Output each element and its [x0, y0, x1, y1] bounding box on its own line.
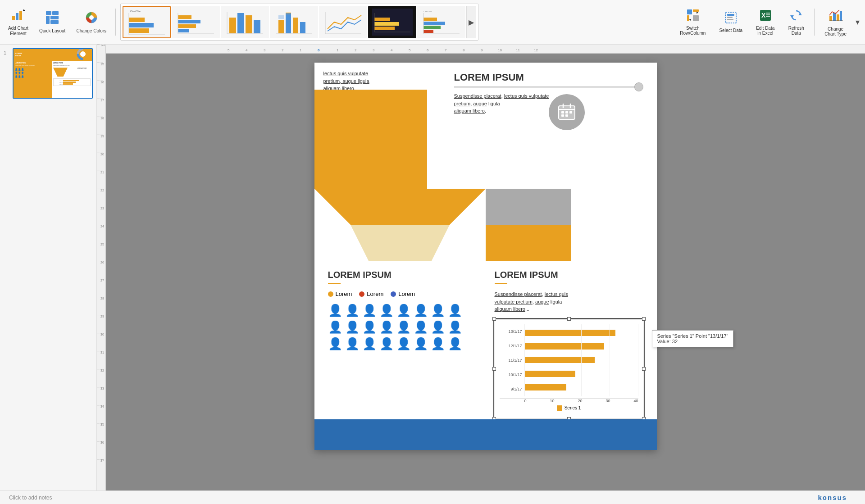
svg-rect-55 [693, 15, 699, 21]
layout-scroll-right[interactable]: ▶ [466, 6, 476, 38]
svg-marker-65 [798, 13, 802, 15]
svg-rect-7 [46, 16, 50, 24]
person-icon-gb4: 👤 [448, 337, 462, 351]
svg-rect-59 [727, 19, 733, 20]
y-label-1: 13/1/17 [500, 329, 522, 334]
svg-rect-30 [278, 20, 284, 33]
layout-thumb-1[interactable]: Chart Title [123, 6, 171, 38]
person-icon-gr3: 👤 [396, 320, 411, 334]
svg-rect-89 [486, 225, 571, 261]
layout-thumb-2[interactable] [172, 6, 220, 38]
change-colors-button[interactable]: Change Colors [72, 8, 111, 36]
svg-point-75 [80, 51, 86, 57]
svg-rect-57 [727, 14, 734, 16]
svg-rect-41 [374, 22, 399, 26]
bar-chart[interactable]: 13/1/17 12/1/17 11/1/17 10/1/17 9/1/17 [495, 319, 643, 418]
layout-thumb-7[interactable]: Chart Title [417, 6, 465, 38]
layout-thumb-3[interactable] [221, 6, 269, 38]
x-label-20: 20 [578, 399, 582, 403]
person-icon-b2: 👤 [345, 337, 360, 351]
layout-thumb-6[interactable] [368, 6, 416, 38]
bottom-left-divider [328, 283, 341, 284]
legend-item-3: Lorem [391, 291, 415, 297]
series-label: Series 1 [565, 405, 581, 410]
bar-fill-1 [524, 330, 615, 336]
refresh-data-button[interactable]: RefreshData [782, 6, 810, 38]
refresh-data-icon [790, 9, 802, 24]
top-left-desc: lectus quis vulputate pretium, augue lig… [323, 70, 414, 92]
bar-row-3 [524, 356, 638, 364]
svg-rect-69 [837, 14, 839, 21]
x-label-10: 10 [550, 399, 554, 403]
layout-thumb-5[interactable] [319, 6, 367, 38]
person-icon-g1: 👤 [414, 304, 428, 318]
svg-rect-9 [50, 20, 59, 24]
person-icon-b4: 👤 [379, 337, 394, 351]
chart-layouts-panel: Chart Title [120, 4, 478, 41]
svg-rect-83 [565, 114, 568, 117]
person-icon-r1: 👤 [328, 320, 342, 334]
svg-rect-13 [129, 23, 154, 27]
svg-rect-64 [766, 16, 770, 17]
bar-fill-3 [524, 357, 595, 363]
slide-page[interactable]: lectus quis vulputate pretium, augue lig… [314, 63, 657, 450]
bar-row-5 [524, 383, 638, 391]
select-data-icon [724, 11, 737, 27]
bar-row-1 [524, 329, 638, 337]
svg-rect-0 [12, 16, 15, 20]
top-left-text: lectus quis vulputate pretium, augue lig… [314, 63, 423, 92]
people-row-3: 👤 👤 👤 👤 👤 👤 👤 👤 [328, 337, 472, 351]
svg-rect-19 [178, 20, 200, 23]
edit-data-excel-button[interactable]: X Edit Datain Excel [750, 6, 781, 38]
legend-label-1: Lorem [336, 291, 352, 297]
person-icon-b3: 👤 [362, 337, 377, 351]
svg-rect-80 [565, 111, 568, 114]
person-icon-y1: 👤 [328, 304, 342, 318]
x-label-40: 40 [633, 399, 638, 403]
slide-preview-1[interactable]: LOREMIPSUM LOREM IPSUM [13, 48, 93, 99]
chart-bars-area [524, 324, 638, 396]
tooltip-value: Value: 32 [657, 339, 728, 344]
bar-row-4 [524, 370, 638, 378]
person-icon-gr5: 👤 [431, 320, 445, 334]
svg-rect-81 [569, 111, 572, 114]
ruler-left: 14 15 16 17 18 19 20 21 22 23 24 25 26 2… [97, 45, 106, 490]
yellow-block [314, 90, 427, 189]
svg-rect-63 [766, 14, 770, 15]
svg-rect-25 [237, 13, 244, 33]
bar-row-2 [524, 342, 638, 350]
quick-layout-button[interactable]: Quick Layout [35, 8, 70, 36]
person-icon-gb3: 👤 [431, 337, 445, 351]
change-chart-type-label: ChangeChart Type [824, 27, 847, 36]
right-toolbar: SwitchRow/Column Select Data X [674, 5, 861, 39]
quick-layout-label: Quick Layout [39, 28, 65, 34]
svg-text:Chart Title: Chart Title [130, 10, 141, 13]
y-label-2: 12/1/17 [500, 344, 522, 348]
switch-row-col-button[interactable]: SwitchRow/Column [674, 6, 712, 38]
bottom-right-divider [495, 283, 507, 284]
legend-dot-2 [359, 291, 364, 297]
change-chart-type-dropdown-arrow[interactable]: ▾ [854, 15, 861, 29]
svg-rect-34 [293, 18, 298, 33]
svg-rect-54 [687, 15, 689, 21]
person-icon-gr1: 👤 [362, 320, 377, 334]
change-chart-type-button[interactable]: ChangeChart Type [818, 5, 853, 39]
layout-thumb-4[interactable] [270, 6, 318, 38]
svg-rect-67 [829, 16, 832, 21]
main-area: 1 LOREMIPSUM [0, 45, 865, 490]
svg-rect-79 [561, 111, 564, 114]
change-chart-type-icon [829, 8, 843, 25]
bottom-right: LOREM IPSUM Suspendisse placerat, lectus… [486, 261, 657, 427]
content-area: 14 15 16 17 18 19 20 21 22 23 24 25 26 2… [97, 45, 865, 490]
svg-rect-2 [19, 11, 22, 20]
select-data-button[interactable]: Select Data [713, 9, 749, 36]
notes-placeholder[interactable]: Click to add notes [9, 495, 52, 501]
calendar-icon-circle [549, 94, 585, 130]
konsus-logo: konsus [818, 494, 847, 501]
chart-y-axis: 13/1/17 12/1/17 11/1/17 10/1/17 9/1/17 [500, 324, 524, 396]
bottom-left: LOREM IPSUM Lorem Lorem [314, 261, 486, 427]
bar-chart-wrapper[interactable]: 13/1/17 12/1/17 11/1/17 10/1/17 9/1/17 [495, 319, 643, 418]
bottom-right-title: LOREM IPSUM [495, 270, 648, 280]
people-grid: 👤 👤 👤 👤 👤 👤 👤 👤 [328, 304, 472, 351]
add-chart-element-button[interactable]: Add ChartElement [4, 5, 33, 39]
